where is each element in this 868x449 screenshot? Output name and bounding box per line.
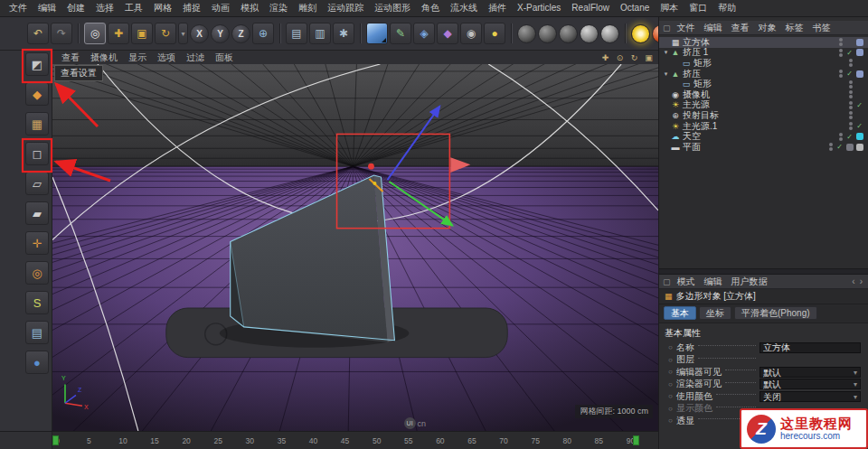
- menubar-item[interactable]: RealFlow: [566, 0, 615, 16]
- visibility-dots-icon[interactable]: [849, 101, 853, 109]
- redo-icon[interactable]: ↷: [51, 23, 72, 44]
- mat-gray-tag-icon[interactable]: [856, 144, 863, 151]
- attribute-select[interactable]: 默认▾: [760, 367, 861, 378]
- timeline-tick[interactable]: 10: [118, 436, 150, 445]
- object-manager-menu-item[interactable]: 标签: [781, 22, 808, 34]
- timeline-end-marker[interactable]: [633, 435, 639, 445]
- visibility-dots-icon[interactable]: [829, 143, 833, 151]
- cube-primitive-icon[interactable]: [366, 23, 388, 44]
- timeline-tick[interactable]: 75: [531, 436, 562, 445]
- scene-area[interactable]: Y X Z 查看设置 网格间距: 1000 cm UI cn: [52, 64, 658, 431]
- viewport-menu-item[interactable]: 摄像机: [85, 51, 123, 64]
- viewport[interactable]: 查看摄像机显示选项过滤面板 ✚⊙↻▣: [52, 51, 658, 431]
- menubar-item[interactable]: 帮助: [712, 0, 741, 16]
- menubar-item[interactable]: 模拟: [235, 0, 264, 16]
- material-sphere-dark-1-icon[interactable]: [517, 24, 536, 43]
- giz-vertex-dot[interactable]: [373, 182, 376, 185]
- z-axis-button[interactable]: Z: [231, 24, 250, 43]
- camera-tool-icon[interactable]: ◉: [460, 23, 482, 44]
- texture-mode-icon[interactable]: ▦: [25, 112, 49, 136]
- menubar-item[interactable]: 编辑: [33, 0, 61, 16]
- menubar-item[interactable]: 网格: [148, 0, 177, 16]
- viewport-scene[interactable]: Y X Z: [52, 64, 658, 431]
- panel-splitter[interactable]: [659, 268, 868, 275]
- render-settings-icon[interactable]: ✱: [333, 23, 354, 44]
- timeline-tick[interactable]: 5: [87, 436, 118, 445]
- material-sphere-dark-2-icon[interactable]: [538, 24, 557, 43]
- enable-toggle[interactable]: ✓: [835, 143, 844, 151]
- timeline-tick[interactable]: 50: [373, 436, 404, 445]
- timeline-tick[interactable]: 85: [595, 436, 627, 445]
- menubar-item[interactable]: X-Particles: [512, 0, 566, 16]
- menubar-item[interactable]: 流水线: [445, 0, 483, 16]
- object-row[interactable]: ▬平面✓: [659, 142, 868, 153]
- render-view-icon[interactable]: ▤: [286, 23, 307, 44]
- menubar-item[interactable]: Octane: [615, 0, 655, 16]
- attribute-manager-menu-item[interactable]: 编辑: [700, 276, 727, 288]
- timeline-tick[interactable]: 25: [213, 436, 245, 445]
- enable-toggle[interactable]: ✓: [855, 122, 863, 130]
- anim-dot-icon[interactable]: ○: [668, 356, 676, 364]
- viewport-menu-item[interactable]: 面板: [210, 51, 239, 64]
- enable-toggle[interactable]: ✓: [845, 70, 854, 78]
- point-mode-icon[interactable]: ◻: [25, 142, 49, 165]
- attribute-manager-menu-item[interactable]: 用户数据: [727, 276, 772, 288]
- timeline-tick[interactable]: 65: [467, 436, 499, 445]
- timeline-tick[interactable]: 30: [246, 436, 278, 445]
- solo-mode-icon[interactable]: ◎: [25, 261, 49, 285]
- menubar-item[interactable]: 插件: [483, 0, 512, 16]
- make-editable-icon[interactable]: ◩: [25, 52, 49, 76]
- timeline-tick[interactable]: 55: [404, 436, 436, 445]
- mat-cyan-tag-icon[interactable]: [856, 133, 863, 140]
- viewport-menu-item[interactable]: 查看: [56, 51, 85, 64]
- deformer-icon[interactable]: ◆: [437, 23, 458, 44]
- mograph-icon[interactable]: ◈: [413, 23, 435, 44]
- viewport-zoom-icon[interactable]: ⊙: [614, 53, 626, 62]
- rotate-tool-icon[interactable]: ↻: [155, 23, 176, 44]
- menubar-item[interactable]: 动画: [206, 0, 235, 16]
- material-sphere-light-2-icon[interactable]: [600, 24, 619, 43]
- timeline-tick[interactable]: 40: [309, 436, 341, 445]
- object-manager-menu-item[interactable]: 编辑: [700, 22, 727, 34]
- render-picture-viewer-icon[interactable]: ▥: [309, 23, 331, 44]
- anim-dot-icon[interactable]: ○: [668, 416, 676, 425]
- live-selection-icon[interactable]: ◎: [84, 23, 106, 44]
- viewport-pan-icon[interactable]: ✚: [599, 53, 611, 62]
- undo-icon[interactable]: ↶: [27, 23, 49, 44]
- object-manager-menu-item[interactable]: 查看: [727, 22, 754, 34]
- attribute-select[interactable]: 关闭▾: [760, 391, 861, 402]
- menubar-item[interactable]: 捕捉: [177, 0, 206, 16]
- menubar-item[interactable]: 运动图形: [369, 0, 416, 16]
- enable-toggle[interactable]: ✓: [845, 133, 854, 141]
- light-tool-icon[interactable]: ●: [484, 23, 505, 44]
- scale-tool-icon[interactable]: ▣: [131, 23, 153, 44]
- object-row[interactable]: ▾▲挤压 1✓: [659, 48, 868, 59]
- edge-mode-icon[interactable]: ▱: [25, 172, 49, 195]
- timeline-tick[interactable]: 15: [150, 436, 182, 445]
- phong-tag-icon[interactable]: [856, 39, 863, 46]
- section-header-basic[interactable]: 基本属性: [659, 323, 868, 341]
- menubar-item[interactable]: 文件: [4, 0, 33, 16]
- menubar-item[interactable]: 雕刻: [293, 0, 322, 16]
- enable-toggle[interactable]: ✓: [845, 49, 854, 57]
- menubar-item[interactable]: 脚本: [655, 0, 684, 16]
- visibility-dots-icon[interactable]: [849, 80, 853, 89]
- visibility-dots-icon[interactable]: [839, 49, 843, 57]
- attribute-tab-1[interactable]: 坐标: [699, 306, 731, 320]
- model-mode-icon[interactable]: ◆: [25, 82, 49, 106]
- lock-icon[interactable]: ●: [25, 351, 49, 374]
- visibility-dots-icon[interactable]: [839, 133, 843, 141]
- timeline-tick[interactable]: 90: [627, 436, 658, 445]
- timeline-tick[interactable]: 35: [278, 436, 309, 445]
- attribute-tab-0[interactable]: 基本: [664, 306, 696, 320]
- object-manager-menu-item[interactable]: 书签: [808, 22, 835, 34]
- phong-tag-icon[interactable]: [856, 49, 863, 56]
- visibility-dots-icon[interactable]: [849, 111, 853, 119]
- menubar-item[interactable]: 工具: [119, 0, 148, 16]
- phong-tag-icon[interactable]: [856, 70, 863, 78]
- enable-toggle[interactable]: ✓: [855, 101, 863, 109]
- anim-dot-icon[interactable]: ○: [668, 343, 676, 351]
- timeline-tick[interactable]: 80: [563, 436, 595, 445]
- viewport-menu-item[interactable]: 选项: [152, 51, 181, 64]
- menubar-item[interactable]: 角色: [416, 0, 445, 16]
